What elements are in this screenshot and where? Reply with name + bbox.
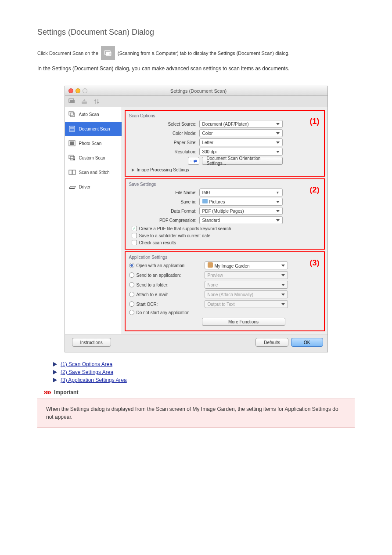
scan-from-operation-panel-icon[interactable]	[81, 98, 88, 105]
annotation-3: (3)	[310, 258, 320, 268]
chevron-down-icon	[281, 303, 285, 305]
keyword-search-label: Create a PDF file that supports keyword …	[139, 226, 231, 231]
toc-link-application-settings[interactable]: (3) Application Settings Area	[61, 377, 127, 383]
arrow-right-icon	[53, 370, 57, 374]
chevron-down-icon	[276, 141, 280, 144]
sidebar: Auto Scan Document Scan Photo Scan Custo…	[65, 107, 122, 334]
send-to-folder-radio[interactable]	[129, 282, 134, 287]
sidebar-item-driver[interactable]: Driver	[65, 180, 122, 194]
titlebar: Settings (Document Scan)	[65, 86, 327, 96]
more-functions-button[interactable]: More Functions	[202, 318, 285, 326]
data-format-label: Data Format:	[129, 209, 199, 214]
window-title: Settings (Document Scan)	[87, 88, 327, 94]
disclosure-triangle-icon	[132, 168, 134, 172]
arrow-right-icon	[53, 378, 57, 382]
svg-rect-17	[69, 155, 73, 159]
open-with-app-radio[interactable]	[129, 263, 134, 268]
toc-link-save-settings[interactable]: (2) Save Settings Area	[61, 369, 113, 375]
chevron-down-icon	[281, 284, 285, 286]
resolution-label: Resolution:	[129, 149, 199, 154]
svg-rect-6	[97, 99, 98, 104]
svg-rect-10	[70, 113, 75, 116]
zoom-icon	[83, 88, 87, 93]
minimize-icon[interactable]	[76, 88, 80, 93]
app-icon	[208, 262, 213, 268]
send-to-folder-dropdown: None	[205, 281, 288, 289]
start-ocr-radio[interactable]	[129, 301, 134, 307]
toc-link-scan-options[interactable]: (1) Scan Options Area	[61, 361, 112, 367]
page-title: Settings (Document Scan) Dialog	[37, 26, 355, 38]
chevron-down-icon	[281, 294, 285, 296]
image-processing-settings-disclosure[interactable]: Image Processing Settings	[132, 167, 320, 172]
select-source-label: Select Source:	[129, 122, 199, 127]
chevron-down-icon	[276, 151, 280, 153]
save-in-dropdown[interactable]: Pictures	[199, 198, 283, 206]
file-name-input[interactable]: IMG▼	[199, 189, 283, 196]
annotation-2: (2)	[310, 185, 320, 195]
pdf-compression-dropdown[interactable]: Standard	[199, 216, 283, 224]
scan-from-computer-tab-icon	[101, 46, 115, 60]
attach-email-dropdown: None (Attach Manually)	[205, 290, 288, 298]
folder-icon	[202, 199, 208, 203]
important-box: When the Settings dialog is displayed fr…	[37, 399, 355, 428]
document-scan-icon	[68, 126, 76, 132]
data-format-dropdown[interactable]: PDF (Multiple Pages)	[199, 207, 283, 215]
check-results-label: Check scan results	[139, 240, 176, 245]
subfolder-label: Save to a subfolder with current date	[139, 233, 211, 238]
svg-rect-9	[69, 112, 73, 115]
general-settings-icon[interactable]	[93, 98, 100, 105]
paper-size-dropdown[interactable]: Letter	[199, 138, 283, 146]
select-source-dropdown[interactable]: Document (ADF/Platen)	[199, 120, 283, 128]
scan-options-section: Scan Options (1) Select Source:Document …	[125, 110, 325, 177]
svg-point-19	[73, 159, 75, 160]
send-to-app-dropdown: Preview	[205, 271, 288, 279]
toc: (1) Scan Options Area (2) Save Settings …	[53, 361, 355, 383]
open-with-app-label: Open with an application:	[137, 263, 205, 268]
resolution-dropdown[interactable]: 300 dpi	[199, 148, 283, 156]
chevron-down-icon	[276, 210, 280, 212]
photo-scan-icon	[68, 140, 76, 146]
instructions-button[interactable]: Instructions	[72, 338, 111, 347]
toolbar	[65, 96, 327, 107]
close-icon[interactable]	[68, 88, 73, 93]
svg-rect-7	[94, 100, 96, 101]
sidebar-item-photo-scan[interactable]: Photo Scan	[65, 136, 122, 151]
svg-rect-3	[70, 100, 75, 103]
important-heading: »»» Important	[43, 388, 355, 397]
ok-button[interactable]: OK	[291, 338, 323, 347]
chevron-down-icon	[276, 132, 280, 134]
scan-and-stitch-icon	[68, 169, 76, 175]
swap-orientation-button[interactable]: ←⇄	[188, 157, 199, 165]
chevron-down-icon	[281, 265, 285, 267]
scan-options-title: Scan Options	[129, 113, 320, 118]
send-to-app-radio[interactable]	[129, 272, 134, 278]
sidebar-item-scan-and-stitch[interactable]: Scan and Stitch	[65, 165, 122, 180]
no-app-radio[interactable]	[129, 310, 134, 315]
open-with-app-dropdown[interactable]: My Image Garden	[205, 261, 288, 269]
subfolder-checkbox[interactable]	[132, 233, 137, 238]
arrow-right-icon	[53, 362, 57, 366]
send-to-app-label: Send to an application:	[137, 273, 205, 278]
send-to-folder-label: Send to a folder:	[137, 283, 205, 287]
start-ocr-label: Start OCR:	[137, 302, 205, 307]
image-processing-settings-label: Image Processing Settings	[137, 167, 189, 172]
save-settings-title: Save Settings	[129, 182, 320, 187]
check-results-checkbox[interactable]	[132, 240, 137, 245]
save-in-label: Save in:	[129, 200, 199, 204]
keyword-search-checkbox[interactable]: ✓	[132, 226, 137, 231]
custom-scan-icon	[68, 155, 76, 161]
sidebar-item-custom-scan[interactable]: Custom Scan	[65, 151, 122, 165]
svg-rect-4	[82, 102, 87, 104]
sidebar-item-document-scan[interactable]: Document Scan	[65, 122, 122, 136]
attach-email-radio[interactable]	[129, 292, 134, 297]
main-panel: Scan Options (1) Select Source:Document …	[122, 107, 327, 334]
svg-rect-20	[69, 170, 72, 174]
defaults-button[interactable]: Defaults	[255, 338, 288, 347]
settings-dialog: Settings (Document Scan) Auto Scan Docum…	[65, 86, 328, 352]
svg-rect-16	[70, 141, 74, 145]
sidebar-item-auto-scan[interactable]: Auto Scan	[65, 107, 122, 122]
orientation-settings-button[interactable]: Document Scan Orientation Settings...	[202, 157, 283, 165]
color-mode-label: Color Mode:	[129, 131, 199, 136]
scan-from-computer-icon[interactable]	[68, 98, 76, 105]
color-mode-dropdown[interactable]: Color	[199, 129, 283, 137]
